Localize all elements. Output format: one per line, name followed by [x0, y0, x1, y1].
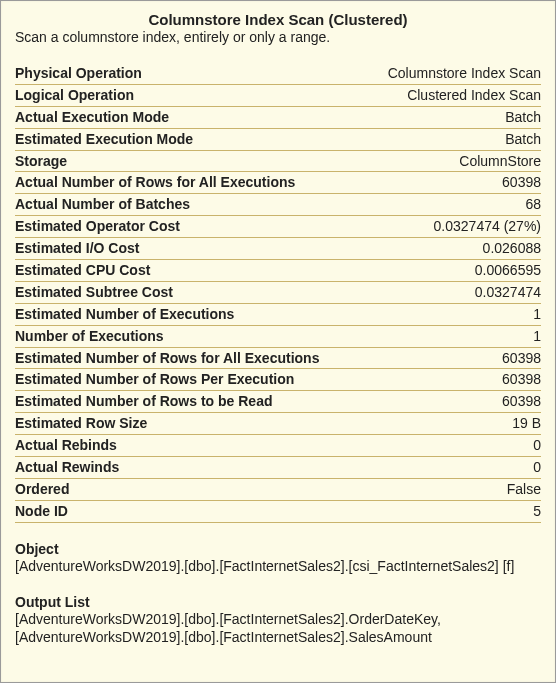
operator-title: Columnstore Index Scan (Clustered): [15, 11, 541, 28]
property-row: Actual Execution ModeBatch: [15, 106, 541, 128]
property-label: Estimated Execution Mode: [15, 128, 365, 150]
properties-table: Physical OperationColumnstore Index Scan…: [15, 63, 541, 523]
property-row: Actual Number of Batches68: [15, 194, 541, 216]
property-value: Clustered Index Scan: [365, 84, 541, 106]
property-value: 19 B: [365, 413, 541, 435]
object-body: [AdventureWorksDW2019].[dbo].[FactIntern…: [15, 557, 541, 576]
property-label: Logical Operation: [15, 84, 365, 106]
property-row: Node ID5: [15, 500, 541, 522]
property-value: 1: [365, 303, 541, 325]
property-row: Estimated Subtree Cost0.0327474: [15, 281, 541, 303]
property-value: 0: [365, 435, 541, 457]
property-label: Estimated Number of Executions: [15, 303, 365, 325]
property-value: 60398: [365, 391, 541, 413]
property-value: 60398: [365, 369, 541, 391]
property-row: Number of Executions1: [15, 325, 541, 347]
property-label: Ordered: [15, 478, 365, 500]
property-row: Estimated Execution ModeBatch: [15, 128, 541, 150]
property-label: Estimated Subtree Cost: [15, 281, 365, 303]
property-row: Actual Rebinds0: [15, 435, 541, 457]
property-value: 5: [365, 500, 541, 522]
property-value: 0: [365, 457, 541, 479]
property-row: Estimated Operator Cost0.0327474 (27%): [15, 216, 541, 238]
property-value: 0.026088: [365, 238, 541, 260]
property-label: Estimated I/O Cost: [15, 238, 365, 260]
property-label: Estimated Number of Rows for All Executi…: [15, 347, 365, 369]
property-row: Physical OperationColumnstore Index Scan: [15, 63, 541, 84]
property-value: Columnstore Index Scan: [365, 63, 541, 84]
property-value: False: [365, 478, 541, 500]
property-label: Estimated Operator Cost: [15, 216, 365, 238]
property-row: Estimated I/O Cost0.026088: [15, 238, 541, 260]
property-row: StorageColumnStore: [15, 150, 541, 172]
object-heading: Object: [15, 541, 541, 557]
property-label: Node ID: [15, 500, 365, 522]
property-row: Estimated Number of Rows for All Executi…: [15, 347, 541, 369]
property-label: Estimated Number of Rows Per Execution: [15, 369, 365, 391]
property-value: 0.0327474 (27%): [365, 216, 541, 238]
property-label: Actual Number of Batches: [15, 194, 365, 216]
property-label: Estimated Number of Rows to be Read: [15, 391, 365, 413]
property-value: 68: [365, 194, 541, 216]
operator-description: Scan a columnstore index, entirely or on…: [15, 29, 541, 45]
property-label: Actual Rewinds: [15, 457, 365, 479]
property-row: Estimated CPU Cost0.0066595: [15, 260, 541, 282]
property-label: Actual Number of Rows for All Executions: [15, 172, 365, 194]
property-value: Batch: [365, 128, 541, 150]
property-value: 1: [365, 325, 541, 347]
output-list-heading: Output List: [15, 594, 541, 610]
execution-plan-tooltip: Columnstore Index Scan (Clustered) Scan …: [0, 0, 556, 683]
property-label: Storage: [15, 150, 365, 172]
property-row: Estimated Number of Executions1: [15, 303, 541, 325]
property-label: Actual Execution Mode: [15, 106, 365, 128]
property-value: ColumnStore: [365, 150, 541, 172]
property-row: Estimated Number of Rows to be Read60398: [15, 391, 541, 413]
property-row: OrderedFalse: [15, 478, 541, 500]
object-section: Object [AdventureWorksDW2019].[dbo].[Fac…: [15, 541, 541, 576]
property-value: 0.0327474: [365, 281, 541, 303]
property-row: Logical OperationClustered Index Scan: [15, 84, 541, 106]
property-row: Actual Number of Rows for All Executions…: [15, 172, 541, 194]
output-list-body: [AdventureWorksDW2019].[dbo].[FactIntern…: [15, 610, 541, 648]
property-value: Batch: [365, 106, 541, 128]
property-label: Number of Executions: [15, 325, 365, 347]
property-label: Physical Operation: [15, 63, 365, 84]
property-value: 60398: [365, 172, 541, 194]
property-label: Estimated Row Size: [15, 413, 365, 435]
property-row: Estimated Number of Rows Per Execution60…: [15, 369, 541, 391]
property-value: 60398: [365, 347, 541, 369]
property-row: Actual Rewinds0: [15, 457, 541, 479]
property-value: 0.0066595: [365, 260, 541, 282]
property-label: Estimated CPU Cost: [15, 260, 365, 282]
property-label: Actual Rebinds: [15, 435, 365, 457]
property-row: Estimated Row Size19 B: [15, 413, 541, 435]
output-list-section: Output List [AdventureWorksDW2019].[dbo]…: [15, 594, 541, 648]
